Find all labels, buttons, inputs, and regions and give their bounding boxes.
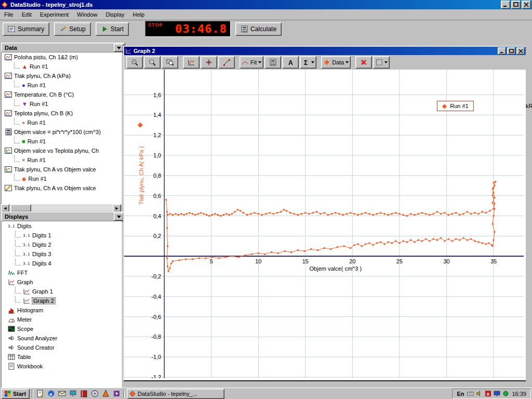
- minimize-button[interactable]: [501, 1, 510, 9]
- zoom-select-button[interactable]: [162, 56, 178, 69]
- quicklaunch-icon-6[interactable]: [90, 389, 99, 398]
- fit-menu-button[interactable]: Fit: [240, 56, 263, 69]
- display-item-table[interactable]: Table: [2, 352, 122, 362]
- data-source-item[interactable]: Temperature, Ch B (°C): [2, 90, 122, 99]
- display-subitem-graph-1[interactable]: Graph 1: [2, 287, 122, 296]
- tray-clock[interactable]: 16:39: [512, 391, 526, 397]
- display-item-histogram[interactable]: Histogram: [2, 305, 122, 315]
- scroll-right-button[interactable]: ▶: [113, 204, 121, 212]
- text-tool-button[interactable]: A: [282, 56, 299, 69]
- menu-display[interactable]: Display: [105, 11, 124, 18]
- display-item-sound-analyzer[interactable]: Sound Analyzer: [2, 334, 122, 343]
- start-button[interactable]: Start: [96, 22, 129, 36]
- data-source-item[interactable]: Objem valce vs Teplota plynu, Ch: [2, 146, 122, 155]
- delete-button[interactable]: [355, 56, 372, 69]
- graph-settings-button[interactable]: [373, 56, 390, 69]
- display-subitem-graph-2[interactable]: Graph 2: [2, 296, 122, 305]
- displays-panel-menu-button[interactable]: [114, 212, 124, 221]
- scroll-track[interactable]: [9, 204, 113, 211]
- run-item[interactable]: ■Run #1: [2, 137, 122, 146]
- plot-area[interactable]: -1,2-1,0-0,8-0,6-0,4-0,20,20,40,60,81,01…: [124, 70, 526, 380]
- display-item-graph[interactable]: Graph: [2, 277, 122, 287]
- display-subitem-digits-3[interactable]: 3.14Digits 3: [2, 249, 122, 259]
- task-button-datastudio[interactable]: DataStudio - tepelny_...: [127, 389, 224, 399]
- graph-minimize-button[interactable]: [498, 47, 506, 55]
- tray-icon-1[interactable]: [467, 390, 474, 397]
- run-label: Run #1: [28, 176, 46, 182]
- zoom-out-button[interactable]: [144, 56, 161, 69]
- tray-icon-3[interactable]: a: [484, 390, 491, 397]
- menu-window[interactable]: Window: [77, 11, 97, 18]
- graphic-icon: [8, 278, 15, 286]
- data-source-item[interactable]: Poloha pistu, Ch 1&2 (m): [2, 52, 122, 62]
- display-subitem-label: Graph 2: [32, 298, 55, 304]
- data-source-item[interactable]: Tlak plynu, Ch A vs Objem valce: [2, 183, 122, 193]
- scroll-left-button[interactable]: ◀: [1, 204, 9, 212]
- display-subitem-digits-1[interactable]: 3.14Digits 1: [2, 231, 122, 240]
- calculator-button[interactable]: [264, 56, 281, 69]
- window-titlebar[interactable]: DataStudio - tepelny_stroj1.ds: [0, 0, 532, 9]
- quicklaunch-icon-4[interactable]: [68, 389, 77, 398]
- start-menu-button[interactable]: Start: [1, 389, 30, 399]
- quicklaunch-icon-7[interactable]: [101, 389, 110, 398]
- digits-icon: 3.14: [23, 250, 30, 258]
- tray-icon-2[interactable]: [475, 390, 483, 397]
- zoom-in-button[interactable]: [126, 56, 143, 69]
- menu-file[interactable]: File: [4, 11, 14, 18]
- quicklaunch-icon-3[interactable]: [57, 389, 66, 398]
- maximize-button[interactable]: [511, 1, 521, 9]
- tray-icon-5[interactable]: [502, 390, 509, 397]
- slope-tool-button[interactable]: [218, 56, 235, 69]
- calculate-button[interactable]: Calculate: [235, 22, 282, 36]
- menu-help[interactable]: Help: [133, 11, 145, 18]
- display-subitem-digits-2[interactable]: 3.14Digits 2: [2, 240, 122, 249]
- run-item[interactable]: ▲Run #1: [2, 62, 122, 71]
- display-item-sound-creator[interactable]: Sound Creator: [2, 343, 122, 352]
- tree-connector: [15, 249, 21, 256]
- fitline-icon: [242, 59, 249, 66]
- data-source-item[interactable]: Objem valce = pi*r*r*y*100 (cm^3): [2, 127, 122, 137]
- display-subitem-digits-4[interactable]: 3.14Digits 4: [2, 259, 122, 268]
- svg-text:3.14: 3.14: [23, 261, 30, 266]
- scale-to-fit-button[interactable]: [183, 56, 200, 69]
- statistics-button[interactable]: Σ: [300, 56, 316, 69]
- close-button[interactable]: [522, 1, 531, 9]
- graph-window-titlebar[interactable]: Graph 2: [124, 47, 526, 55]
- run-item[interactable]: +Run #1: [2, 118, 122, 127]
- setup-button[interactable]: Setup: [54, 22, 90, 36]
- display-item-workbook[interactable]: Workbook: [2, 362, 122, 371]
- graph-maximize-button[interactable]: [507, 47, 515, 55]
- smart-tool-button[interactable]: [201, 56, 217, 69]
- menu-experiment[interactable]: Experiment: [40, 11, 69, 18]
- menu-edit[interactable]: Edit: [22, 11, 32, 18]
- display-item-scope[interactable]: Scope: [2, 324, 122, 334]
- graph-window-title: Graph 2: [134, 48, 155, 54]
- crosshair-icon: [205, 59, 212, 66]
- data-source-item[interactable]: Tlak plynu, Ch A (kPa): [2, 71, 122, 81]
- tray-icon-4[interactable]: [493, 390, 500, 397]
- data-panel-hscrollbar[interactable]: ◀ ▶: [1, 204, 121, 211]
- scroll-thumb[interactable]: [10, 204, 31, 212]
- chart[interactable]: -1,2-1,0-0,8-0,6-0,4-0,20,20,40,60,81,01…: [124, 70, 524, 378]
- data-source-item[interactable]: Teplota plynu, Ch B (K): [2, 109, 122, 118]
- run-item[interactable]: ×Run #1: [2, 155, 122, 165]
- summary-button[interactable]: Summary: [3, 22, 49, 36]
- quicklaunch-icon-5[interactable]: [79, 389, 88, 398]
- quicklaunch-icon-8[interactable]: [112, 389, 121, 398]
- display-item-fft[interactable]: FFT: [2, 268, 122, 277]
- y-axis-series-marker[interactable]: ◆: [138, 121, 143, 128]
- data-panel-menu-button[interactable]: [114, 44, 124, 52]
- quicklaunch-icon-2[interactable]: e: [46, 389, 56, 398]
- data-source-item[interactable]: Tlak plynu, Ch A vs Objem valce: [2, 165, 122, 174]
- run-item[interactable]: ▼Run #1: [2, 99, 122, 109]
- run-item[interactable]: ◆Run #1: [2, 174, 122, 183]
- legend[interactable]: ◆ Run #1: [437, 101, 474, 111]
- display-item-meter[interactable]: Meter: [2, 315, 122, 324]
- display-item-digits[interactable]: 3.14Digits: [2, 221, 122, 231]
- red-x-icon: [360, 59, 367, 66]
- run-item[interactable]: ●Run #1: [2, 81, 122, 90]
- language-indicator[interactable]: En: [457, 391, 464, 397]
- data-menu-button[interactable]: Data: [321, 56, 351, 69]
- graph-close-button[interactable]: [516, 47, 525, 55]
- quicklaunch-icon-1[interactable]: [35, 389, 45, 398]
